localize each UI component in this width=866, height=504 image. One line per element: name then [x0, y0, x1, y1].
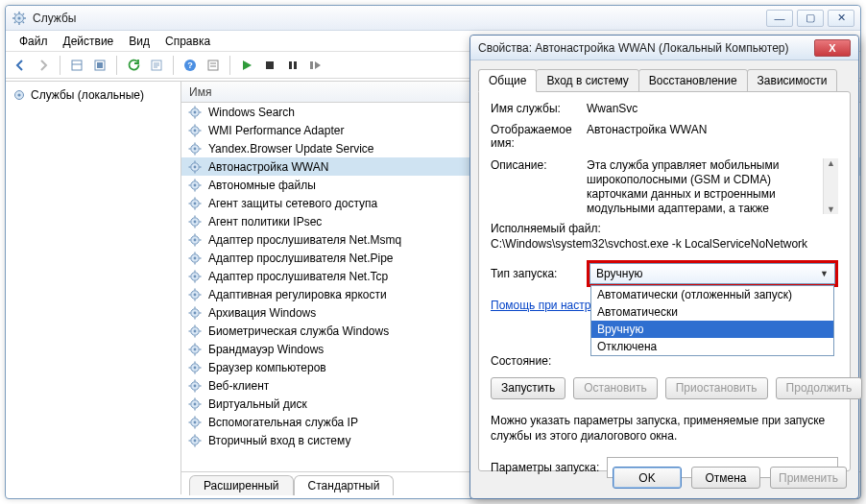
properties-button[interactable]: [203, 55, 224, 76]
gear-icon: [187, 324, 203, 339]
dialog-title: Свойства: Автонастройка WWAN (Локальный …: [478, 41, 814, 55]
service-name-label: Yandex.Browser Update Service: [208, 142, 374, 156]
apply-button: Применить: [770, 467, 847, 489]
start-service-button[interactable]: [236, 55, 257, 76]
tab-recovery[interactable]: Восстановление: [638, 69, 748, 92]
service-name-label: Адаптер прослушивателя Net.Pipe: [208, 252, 394, 265]
label-startup-type: Тип запуска:: [491, 267, 587, 280]
svg-line-9: [23, 13, 24, 14]
toolbar-button-2[interactable]: [89, 55, 110, 76]
service-name-label: Брандмауэр Windows: [208, 343, 324, 356]
gear-icon: [187, 105, 203, 120]
pause-button: Приостановить: [665, 377, 768, 399]
tab-extended[interactable]: Расширенный: [189, 475, 294, 495]
start-button[interactable]: Запустить: [491, 377, 565, 399]
refresh-button[interactable]: [123, 55, 144, 76]
label-start-params: Параметры запуска:: [491, 461, 599, 474]
stop-service-button[interactable]: [259, 55, 280, 76]
dialog-buttons: OK Отмена Применить: [613, 467, 847, 489]
minimize-button[interactable]: —: [766, 10, 793, 27]
svg-point-105: [194, 348, 197, 350]
svg-line-8: [14, 21, 15, 22]
gear-icon: [187, 360, 203, 375]
svg-point-135: [194, 439, 197, 442]
description-scrollbar[interactable]: ▲ ▼: [823, 158, 838, 214]
scroll-down-icon[interactable]: ▼: [827, 204, 835, 214]
startup-option[interactable]: Автоматически (отложенный запуск): [591, 286, 833, 303]
svg-point-45: [194, 165, 197, 168]
svg-point-99: [194, 329, 197, 332]
gear-icon: [187, 415, 203, 430]
gear-icon: [187, 287, 203, 302]
tab-dependencies[interactable]: Зависимости: [747, 69, 838, 92]
svg-point-93: [194, 311, 197, 314]
value-service-name: WwanSvc: [587, 102, 838, 115]
startup-type-dropdown[interactable]: Автоматически (отложенный запуск)Автомат…: [590, 285, 834, 356]
gear-icon: [187, 269, 203, 284]
restart-service-button[interactable]: [305, 55, 326, 76]
service-name-label: Windows Search: [208, 106, 295, 119]
nav-back-button[interactable]: [10, 55, 31, 76]
service-name-label: WMI Performance Adapter: [208, 124, 344, 137]
svg-line-6: [14, 13, 15, 14]
toolbar-button-1[interactable]: [66, 55, 87, 76]
svg-point-51: [194, 183, 197, 186]
gear-icon: [187, 342, 203, 357]
svg-text:?: ?: [187, 60, 193, 70]
startup-option[interactable]: Отключена: [591, 338, 833, 355]
description-box: Эта служба управляет мобильными широкопо…: [587, 158, 838, 214]
stop-button: Остановить: [573, 377, 658, 399]
close-button[interactable]: ✕: [828, 10, 854, 27]
menu-view[interactable]: Вид: [121, 33, 157, 50]
svg-point-57: [194, 202, 197, 204]
startup-option[interactable]: Вручную: [591, 321, 833, 338]
caption-buttons: — ▢ ✕: [766, 10, 854, 27]
menu-help[interactable]: Справка: [157, 33, 218, 50]
gear-icon: [187, 196, 203, 211]
dialog-tabs: Общие Вход в систему Восстановление Зави…: [470, 60, 858, 91]
tab-standard[interactable]: Стандартный: [294, 475, 395, 495]
tab-general[interactable]: Общие: [478, 69, 537, 92]
tab-logon[interactable]: Вход в систему: [536, 69, 638, 92]
console-tree: Службы (локальные): [6, 82, 181, 494]
svg-point-75: [194, 256, 197, 259]
startup-option[interactable]: Автоматически: [591, 303, 833, 321]
service-name-label: Архивация Windows: [208, 306, 316, 320]
tree-root-item[interactable]: Службы (локальные): [6, 85, 180, 105]
dialog-close-button[interactable]: X: [814, 39, 851, 57]
service-name-label: Агент политики IPsec: [208, 215, 322, 228]
services-icon: [12, 11, 27, 26]
value-display-name: Автонастройка WWAN: [587, 123, 838, 151]
startup-type-combo[interactable]: Вручную Автоматически (отложенный запуск…: [589, 263, 835, 284]
tree-root-label: Службы (локальные): [31, 88, 144, 102]
service-name-label: Адаптер прослушивателя Net.Msmq: [208, 233, 401, 247]
svg-point-111: [194, 366, 197, 369]
service-properties-dialog: Свойства: Автонастройка WWAN (Локальный …: [469, 35, 859, 499]
svg-point-117: [194, 384, 197, 387]
service-name-label: Автономные файлы: [208, 179, 316, 192]
gear-icon: [187, 159, 203, 175]
gear-icon: [12, 87, 27, 103]
gear-icon: [187, 178, 203, 193]
pause-service-button[interactable]: [282, 55, 303, 76]
nav-forward-button[interactable]: [33, 55, 54, 76]
svg-rect-17: [208, 60, 218, 70]
scroll-up-icon[interactable]: ▲: [827, 158, 835, 168]
maximize-button[interactable]: ▢: [797, 10, 824, 27]
label-executable: Исполняемый файл:: [491, 222, 838, 235]
cancel-button[interactable]: Отмена: [691, 467, 760, 489]
service-name-label: Веб-клиент: [208, 379, 269, 393]
label-description: Описание:: [491, 158, 587, 214]
gear-icon: [187, 433, 203, 448]
menu-file[interactable]: Файл: [12, 33, 56, 50]
export-button[interactable]: [146, 55, 167, 76]
menu-action[interactable]: Действие: [56, 33, 122, 50]
service-name-label: Вторичный вход в систему: [208, 434, 350, 447]
gear-icon: [187, 214, 203, 229]
help-button[interactable]: ?: [180, 55, 201, 76]
window-title: Службы: [33, 12, 766, 25]
value-description: Эта служба управляет мобильными широкопо…: [587, 158, 838, 214]
ok-button[interactable]: OK: [613, 467, 682, 489]
svg-point-129: [194, 420, 197, 423]
svg-rect-21: [289, 61, 292, 69]
